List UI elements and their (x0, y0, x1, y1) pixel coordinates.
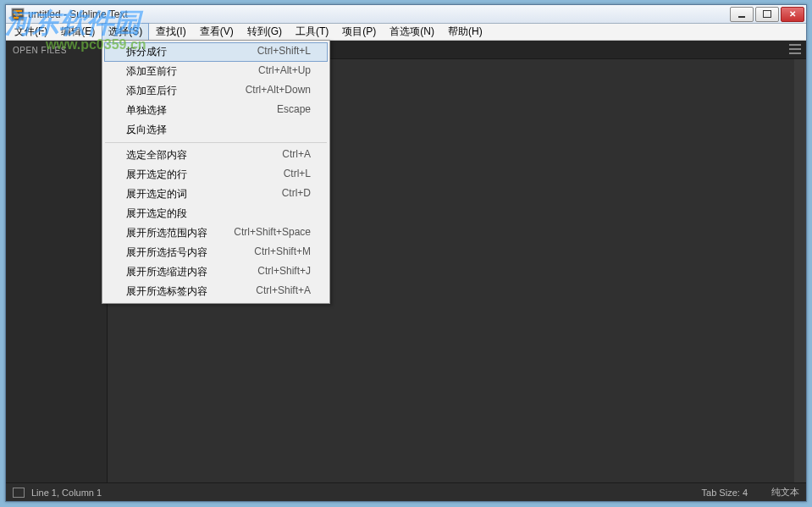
status-tabsize[interactable]: Tab Size: 4 (702, 488, 748, 498)
close-button[interactable] (781, 7, 804, 22)
menu-item-split-into-lines[interactable]: 拆分成行 Ctrl+Shift+L (104, 42, 328, 62)
menu-tools[interactable]: 工具(T) (289, 23, 335, 41)
menu-item-expand-to-line[interactable]: 展开选定的行 Ctrl+L (104, 165, 328, 185)
menu-separator (105, 142, 327, 143)
selection-menu-dropdown: 拆分成行 Ctrl+Shift+L 添加至前行 Ctrl+Alt+Up 添加至后… (102, 40, 330, 304)
menu-edit[interactable]: 编辑(E) (54, 23, 102, 41)
status-syntax[interactable]: 纯文本 (771, 486, 799, 499)
menu-item-expand-to-scope[interactable]: 展开所选范围内容 Ctrl+Shift+Space (104, 223, 328, 243)
minimize-button[interactable] (730, 7, 754, 22)
menu-item-expand-to-tag[interactable]: 展开所选标签内容 Ctrl+Shift+A (104, 282, 328, 301)
menu-item-expand-to-paragraph[interactable]: 展开选定的段 (104, 204, 328, 223)
titlebar[interactable]: untitled - Sublime Text (6, 5, 806, 24)
menu-selection[interactable]: 选择(S) (102, 23, 149, 41)
window-controls (730, 7, 804, 22)
menu-item-single-selection[interactable]: 单独选择 Escape (104, 101, 328, 120)
menu-item-expand-to-brackets[interactable]: 展开所选括号内容 Ctrl+Shift+M (104, 243, 328, 262)
window-title: untitled - Sublime Text (28, 8, 730, 20)
app-icon (11, 8, 25, 21)
vertical-scrollbar[interactable] (794, 59, 806, 482)
statusbar: Line 1, Column 1 Tab Size: 4 纯文本 (6, 482, 806, 501)
menu-goto[interactable]: 转到(G) (240, 23, 289, 41)
status-position[interactable]: Line 1, Column 1 (31, 488, 102, 498)
menu-item-expand-to-word[interactable]: 展开选定的词 Ctrl+D (104, 185, 328, 204)
menu-file[interactable]: 文件(F) (8, 23, 54, 41)
svg-rect-2 (14, 14, 22, 15)
menu-preferences[interactable]: 首选项(N) (383, 23, 441, 41)
svg-rect-3 (14, 17, 19, 19)
menu-item-add-previous-line[interactable]: 添加至前行 Ctrl+Alt+Up (104, 62, 328, 81)
menubar: 文件(F) 编辑(E) 选择(S) 查找(I) 查看(V) 转到(G) 工具(T… (6, 24, 806, 41)
menu-item-select-all[interactable]: 选定全部内容 Ctrl+A (104, 146, 328, 165)
sidebar-open-files-label: OPEN FILES (13, 46, 100, 55)
svg-rect-1 (14, 10, 22, 12)
maximize-button[interactable] (755, 7, 779, 22)
panel-switcher-icon[interactable] (13, 488, 25, 498)
menu-item-expand-to-indentation[interactable]: 展开所选缩进内容 Ctrl+Shift+J (104, 262, 328, 282)
menu-help[interactable]: 帮助(H) (441, 23, 489, 41)
menu-item-invert-selection[interactable]: 反向选择 (104, 120, 328, 140)
sidebar[interactable]: OPEN FILES (6, 41, 108, 482)
menu-find[interactable]: 查找(I) (149, 23, 192, 41)
tab-overflow-icon[interactable] (789, 44, 801, 54)
menu-view[interactable]: 查看(V) (193, 23, 240, 41)
menu-item-add-next-line[interactable]: 添加至后行 Ctrl+Alt+Down (104, 81, 328, 101)
menu-project[interactable]: 项目(P) (335, 23, 383, 41)
